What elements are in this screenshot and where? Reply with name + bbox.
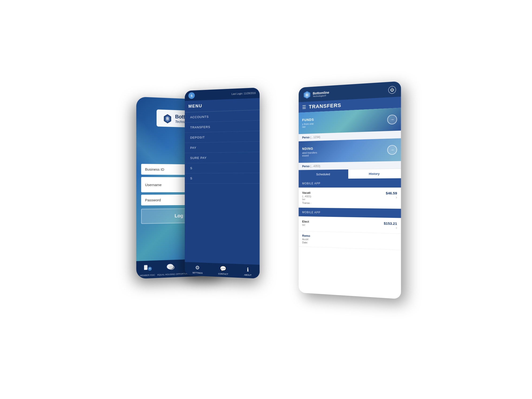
- phone3-logo: B Bottomline Technologies®: [303, 89, 329, 99]
- tab-scheduled[interactable]: Scheduled: [298, 170, 348, 179]
- phone3-logo-text: Bottomline Technologies®: [313, 91, 329, 98]
- account-electric-top: Elect ber $153.21 ›: [302, 220, 397, 230]
- mobile-app-label-2: MOBILE APP: [302, 211, 320, 214]
- transfer-funds-card[interactable]: FUNDS y from onener →: [298, 108, 401, 134]
- tab-history[interactable]: History: [348, 169, 401, 179]
- about-label: ABOUT: [244, 274, 252, 276]
- settings-label: SETTINGS: [192, 272, 203, 274]
- svg-text:B: B: [166, 117, 169, 120]
- contact-icon: 💬: [220, 266, 226, 272]
- account-vacation-right: $46.59 ›: [386, 191, 397, 200]
- account-vacation-name: Vacati: [302, 191, 311, 195]
- transfer-pending-text: NDING ated transfersessed: [302, 145, 387, 157]
- menu-item-s2[interactable]: S: [185, 173, 260, 184]
- transfer-pending-card[interactable]: NDING ated transfersessed →: [298, 138, 401, 163]
- account-electric-info: Elect ber: [302, 220, 309, 226]
- transfer-funds-text: FUNDS y from onener: [302, 114, 387, 128]
- settings-nav-item[interactable]: ⚙ SETTINGS: [192, 265, 203, 274]
- password-label: Password: [145, 198, 160, 202]
- menu-item-sure-pay[interactable]: SURE PAY: [185, 152, 260, 163]
- map-icon[interactable]: [143, 263, 152, 272]
- contact-nav-item[interactable]: 💬 CONTACT: [218, 266, 228, 275]
- menu-title: MENU: [188, 102, 256, 109]
- mobile-app-label-1: MOBILE APP: [302, 182, 320, 185]
- remote-deposit-section: Remo Acct#: Date:: [298, 231, 401, 250]
- menu-item-deposit[interactable]: DEPOSIT: [185, 131, 260, 143]
- partial-account-name: Perso (...1234): [302, 135, 320, 139]
- account-vacation-amount: $46.59: [386, 191, 397, 195]
- pending-card-subtitle: ated transfersessed: [302, 150, 387, 157]
- svg-text:B: B: [306, 93, 308, 97]
- marketing-scene: B Bottomline Technologies. Business ID U…: [137, 70, 395, 329]
- menu-item-pay[interactable]: PAY: [185, 141, 260, 153]
- username-label: Username: [145, 183, 161, 187]
- settings-icon: ⚙: [195, 265, 199, 271]
- account-electric-arrow[interactable]: ›: [384, 225, 397, 230]
- member-fdic-label: MEMBER FDIC: [140, 274, 155, 277]
- phone3-logo-icon: B: [303, 91, 311, 99]
- bottomline-logo-icon: B: [162, 113, 172, 124]
- menu-item-transfers[interactable]: TRANSFERS: [185, 120, 260, 133]
- account-electric-amount: $153.21: [384, 221, 397, 226]
- funds-arrow-button[interactable]: →: [387, 114, 397, 125]
- partial-account-name-2: Perso (...4353): [302, 165, 320, 168]
- account-vacation-source: ber: [302, 198, 311, 201]
- mobile-app-header-1: MOBILE APP: [298, 178, 401, 188]
- account-electric-source: ber: [302, 224, 309, 226]
- account-vacation-top: Vacati (...4321) ber $46.59 ›: [302, 191, 397, 201]
- account-electric-name: Elect: [302, 220, 309, 223]
- account-electric[interactable]: Elect ber $153.21 ›: [298, 217, 401, 234]
- account-vacation-trans: Transa ›: [302, 202, 397, 205]
- page-title: TRANSFERS: [309, 102, 341, 110]
- contact-label: CONTACT: [218, 272, 228, 275]
- account-vacation[interactable]: Vacati (...4321) ber $46.59 › Transa ›: [298, 188, 401, 209]
- chat-icon[interactable]: [166, 263, 175, 272]
- hamburger-icon[interactable]: ☰: [302, 104, 306, 110]
- menu-items-list: ACCOUNTS TRANSFERS DEPOSIT PAY SURE PAY …: [185, 110, 260, 184]
- about-nav-item[interactable]: ℹ ABOUT: [244, 267, 252, 277]
- account-vacation-info: Vacati (...4321) ber: [302, 191, 311, 201]
- phone-transfers-wrapper: B Bottomline Technologies® ⏻ ☰ TRANSFERS…: [297, 84, 400, 296]
- account-vacation-arrow[interactable]: ›: [386, 195, 397, 200]
- business-id-label: Business ID: [145, 167, 164, 171]
- pending-arrow-button[interactable]: →: [387, 145, 397, 155]
- phone-transfers: B Bottomline Technologies® ⏻ ☰ TRANSFERS…: [298, 81, 401, 299]
- account-vacation-number: (...4321): [302, 195, 311, 198]
- menu-item-s1[interactable]: S: [185, 162, 260, 173]
- last-login-text: Last Login: 11/28/2016: [231, 92, 256, 95]
- account-electric-right: $153.21 ›: [384, 221, 397, 230]
- user-avatar: S: [188, 92, 195, 99]
- about-icon: ℹ: [247, 267, 248, 273]
- power-button[interactable]: ⏻: [388, 86, 396, 94]
- tabs-row: Scheduled History: [298, 169, 401, 179]
- phone-menu: S Last Login: 11/28/2016 MENU ACCOUNTS T…: [185, 88, 260, 279]
